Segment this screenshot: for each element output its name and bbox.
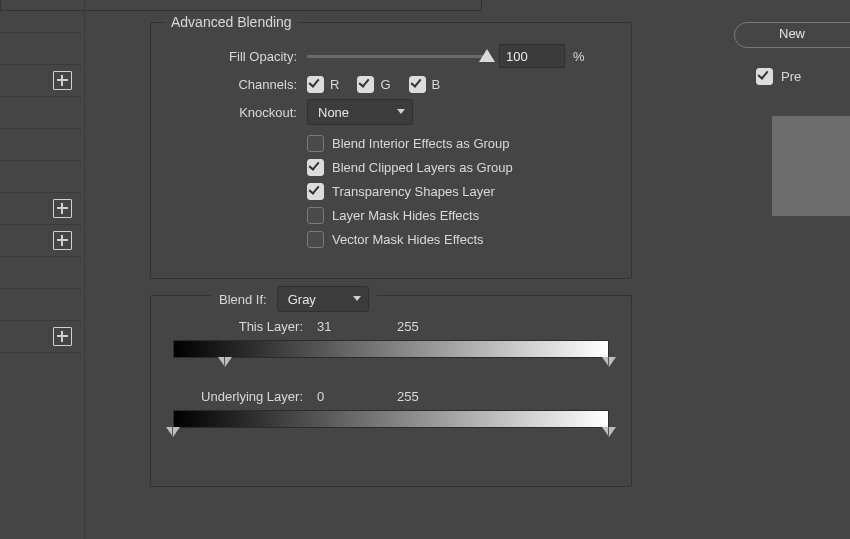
blend-if-channel-dropdown[interactable]: Gray	[277, 286, 369, 312]
option-vector_mask_hides[interactable]: Vector Mask Hides Effects	[307, 227, 513, 251]
option-blend_interior[interactable]: Blend Interior Effects as Group	[307, 131, 513, 155]
this-layer-high-value: 255	[397, 319, 517, 334]
underlying-high-value: 255	[397, 389, 517, 404]
preview-label: Pre	[781, 69, 801, 84]
effects-row-8[interactable]	[0, 224, 82, 257]
fill-opacity-input[interactable]	[499, 44, 565, 68]
this-layer-gradient[interactable]	[173, 340, 609, 364]
new-style-button[interactable]: New	[734, 22, 850, 48]
chevron-down-icon	[353, 296, 361, 301]
this-layer-low-value: 31	[317, 319, 397, 334]
effects-row-11[interactable]	[0, 320, 82, 353]
effects-row-5[interactable]	[0, 128, 82, 161]
preview-checkbox[interactable]	[756, 68, 773, 85]
blending-options-list: Blend Interior Effects as GroupBlend Cli…	[307, 131, 513, 251]
channel-b-label: B	[432, 77, 441, 92]
channels-label: Channels:	[151, 77, 307, 92]
add-effect-icon[interactable]	[53, 327, 72, 346]
option-transparency_shapes[interactable]: Transparency Shapes Layer	[307, 179, 513, 203]
blend-if-label: Blend If:	[219, 292, 267, 307]
fill-opacity-label: Fill Opacity:	[151, 49, 307, 64]
fill-opacity-slider[interactable]	[307, 46, 487, 66]
knockout-label: Knockout:	[151, 105, 307, 120]
add-effect-icon[interactable]	[53, 199, 72, 218]
option-transparency_shapes-checkbox[interactable]	[307, 183, 324, 200]
underlying-highlight-slider-icon[interactable]	[602, 427, 616, 437]
effects-row-3[interactable]	[0, 64, 82, 97]
option-layer_mask_hides[interactable]: Layer Mask Hides Effects	[307, 203, 513, 227]
this-layer-label: This Layer:	[173, 319, 317, 334]
option-layer_mask_hides-checkbox[interactable]	[307, 207, 324, 224]
underlying-gradient[interactable]	[173, 410, 609, 434]
option-transparency_shapes-label: Transparency Shapes Layer	[332, 184, 495, 199]
chevron-down-icon	[397, 109, 405, 114]
effects-row-4[interactable]	[0, 96, 82, 129]
effects-row-10[interactable]	[0, 288, 82, 321]
column-divider	[84, 0, 85, 539]
channel-b-checkbox[interactable]	[409, 76, 426, 93]
this-layer-highlight-slider-icon[interactable]	[602, 357, 616, 367]
option-blend_clipped-label: Blend Clipped Layers as Group	[332, 160, 513, 175]
channel-r-label: R	[330, 77, 339, 92]
option-blend_interior-checkbox[interactable]	[307, 135, 324, 152]
knockout-dropdown[interactable]: None	[307, 99, 413, 125]
style-preview-swatch	[772, 116, 850, 216]
right-panel: New Pre	[744, 0, 850, 539]
option-layer_mask_hides-label: Layer Mask Hides Effects	[332, 208, 479, 223]
channel-r-checkbox[interactable]	[307, 76, 324, 93]
fill-opacity-thumb-icon[interactable]	[479, 49, 495, 62]
option-blend_interior-label: Blend Interior Effects as Group	[332, 136, 510, 151]
underlying-low-value: 0	[317, 389, 397, 404]
percent-label: %	[573, 49, 585, 64]
channel-g-checkbox[interactable]	[357, 76, 374, 93]
blend-if-group: Blend If: Gray This Layer: 31 255 Underl…	[150, 295, 632, 487]
advanced-blending-title: Advanced Blending	[165, 14, 298, 30]
underlying-shadow-slider-icon[interactable]	[166, 427, 180, 437]
effects-row-9[interactable]	[0, 256, 82, 289]
option-vector_mask_hides-label: Vector Mask Hides Effects	[332, 232, 484, 247]
effects-row-1[interactable]	[0, 0, 82, 33]
effects-row-7[interactable]	[0, 192, 82, 225]
this-layer-shadow-slider-icon[interactable]	[218, 357, 232, 367]
add-effect-icon[interactable]	[53, 71, 72, 90]
blend-if-channel-value: Gray	[288, 292, 316, 307]
option-vector_mask_hides-checkbox[interactable]	[307, 231, 324, 248]
option-blend_clipped[interactable]: Blend Clipped Layers as Group	[307, 155, 513, 179]
add-effect-icon[interactable]	[53, 231, 72, 250]
knockout-value: None	[318, 105, 349, 120]
effects-row-2[interactable]	[0, 32, 82, 65]
effects-row-6[interactable]	[0, 160, 82, 193]
underlying-layer-label: Underlying Layer:	[173, 389, 317, 404]
option-blend_clipped-checkbox[interactable]	[307, 159, 324, 176]
channel-g-label: G	[380, 77, 390, 92]
effects-list	[0, 0, 84, 539]
advanced-blending-group: Advanced Blending Fill Opacity: % Channe…	[150, 22, 632, 279]
